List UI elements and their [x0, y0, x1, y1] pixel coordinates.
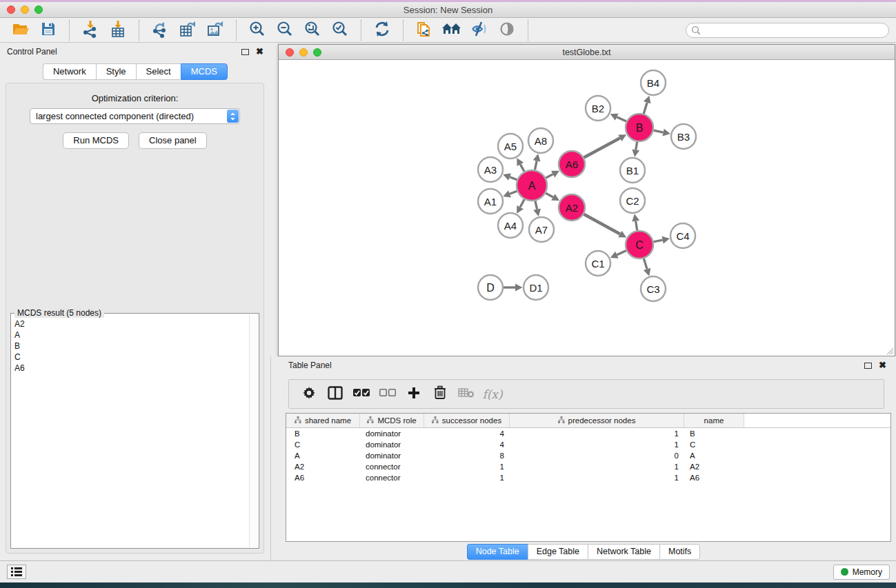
network-graph[interactable]: AA1A2A3A4A5A6A7A8BB1B2B3B4CC1C2C3C4DD1 — [279, 61, 895, 356]
close-table-panel-icon[interactable]: ✖ — [879, 362, 886, 369]
node-B1[interactable]: B1 — [620, 158, 645, 183]
show-columns-button[interactable] — [322, 383, 348, 405]
edge-C-C2[interactable] — [636, 221, 637, 231]
table-row-A6[interactable]: A6connector11A6 — [286, 472, 890, 483]
edge-A-A6[interactable] — [546, 174, 552, 179]
export-network-button[interactable] — [146, 20, 174, 41]
node-A[interactable]: A — [517, 170, 547, 201]
table-row-C[interactable]: Cdominator41C — [286, 439, 890, 450]
zoom-in-button[interactable] — [243, 20, 271, 41]
tab-select[interactable]: Select — [136, 63, 181, 80]
float-table-panel-icon[interactable] — [864, 363, 872, 369]
window-titlebar[interactable]: Session: New Session — [0, 2, 896, 18]
node-A8[interactable]: A8 — [528, 128, 553, 153]
table-row-A2[interactable]: A2connector11A2 — [286, 461, 890, 472]
mcds-result-item[interactable]: C — [12, 352, 249, 363]
column-header-predecessor-nodes[interactable]: predecessor nodes — [510, 414, 684, 427]
edge-C-C1[interactable] — [617, 251, 626, 255]
node-B2[interactable]: B2 — [586, 96, 610, 121]
table-mode-gear-button[interactable] — [296, 383, 322, 405]
node-C4[interactable]: C4 — [670, 223, 695, 248]
column-header-name[interactable]: name — [684, 414, 744, 427]
tab-network[interactable]: Network — [43, 63, 96, 80]
hide-graphics-details-button[interactable] — [466, 20, 493, 41]
edge-A-A7[interactable] — [535, 201, 537, 209]
mcds-result-item[interactable]: A — [12, 330, 249, 341]
export-table-button[interactable] — [174, 20, 201, 41]
node-A4[interactable]: A4 — [498, 213, 523, 238]
import-network-button[interactable] — [77, 20, 104, 41]
tab-network-table[interactable]: Network Table — [588, 544, 659, 560]
zoom-out-button[interactable] — [271, 20, 299, 41]
float-panel-icon[interactable] — [241, 49, 249, 55]
edge-A-A5[interactable] — [520, 164, 524, 171]
node-A2[interactable]: A2 — [559, 194, 585, 221]
node-B[interactable]: B — [626, 114, 653, 141]
column-header-MCDS-role[interactable]: MCDS role — [360, 414, 424, 427]
node-A5[interactable]: A5 — [498, 134, 523, 159]
edge-B-B4[interactable] — [644, 103, 647, 114]
task-history-button[interactable] — [7, 565, 26, 579]
duplicate-network-button[interactable] — [410, 20, 438, 41]
search-input[interactable] — [686, 23, 889, 38]
edge-A6-B[interactable] — [584, 138, 620, 157]
node-C[interactable]: C — [626, 231, 653, 258]
delete-columns-button[interactable] — [427, 383, 453, 405]
criterion-select[interactable]: largest connected component (directed) — [30, 108, 240, 124]
table-header-row[interactable]: shared nameMCDS rolesuccessor nodesprede… — [286, 414, 890, 428]
edge-C-C4[interactable] — [654, 240, 663, 242]
tab-mcds[interactable]: MCDS — [181, 63, 228, 80]
node-C1[interactable]: C1 — [586, 251, 610, 276]
edge-B-B1[interactable] — [636, 142, 637, 150]
edge-A-A4[interactable] — [520, 199, 524, 207]
tab-style[interactable]: Style — [96, 63, 136, 80]
edge-A-A1[interactable] — [510, 191, 517, 194]
edge-B-B2[interactable] — [617, 117, 626, 121]
tab-edge-table[interactable]: Edge Table — [528, 544, 588, 560]
mcds-result-item[interactable]: A6 — [12, 363, 249, 374]
close-panel-button[interactable]: Close panel — [139, 132, 207, 149]
save-session-button[interactable] — [34, 20, 62, 41]
export-image-button[interactable] — [201, 20, 229, 41]
unselect-all-columns-button[interactable] — [375, 383, 401, 405]
open-session-button[interactable] — [7, 20, 34, 41]
node-table[interactable]: shared nameMCDS rolesuccessor nodesprede… — [286, 413, 891, 542]
network-view-window[interactable]: testGlobe.txt AA1A2A3A4A5A6A7A8BB1B2B3B4… — [278, 44, 895, 356]
node-A1[interactable]: A1 — [478, 189, 503, 214]
refresh-layout-button[interactable] — [368, 20, 396, 41]
column-header-shared-name[interactable]: shared name — [286, 414, 360, 427]
edge-A2-C[interactable] — [584, 214, 620, 234]
run-mcds-button[interactable]: Run MCDS — [63, 132, 129, 149]
result-list-scrollbar[interactable] — [249, 314, 258, 547]
close-panel-icon[interactable]: ✖ — [256, 48, 263, 55]
node-C2[interactable]: C2 — [620, 188, 645, 213]
node-B3[interactable]: B3 — [671, 124, 696, 149]
network-canvas[interactable]: AA1A2A3A4A5A6A7A8BB1B2B3B4CC1C2C3C4DD1 — [279, 61, 895, 356]
edge-A-A8[interactable] — [535, 161, 537, 170]
tab-node-table[interactable]: Node Table — [467, 544, 528, 560]
memory-button[interactable]: Memory — [833, 565, 890, 580]
node-C3[interactable]: C3 — [641, 276, 666, 301]
mcds-result-item[interactable]: B — [12, 341, 249, 352]
edge-B-B3[interactable] — [654, 130, 664, 132]
node-B4[interactable]: B4 — [641, 70, 666, 95]
column-header-successor-nodes[interactable]: successor nodes — [424, 414, 510, 427]
edge-C-C3[interactable] — [644, 258, 647, 269]
home-button[interactable] — [438, 20, 466, 41]
mcds-result-list[interactable]: A2ABCA6 — [12, 318, 249, 547]
node-D[interactable]: D — [478, 275, 503, 300]
node-A3[interactable]: A3 — [478, 157, 503, 182]
node-D1[interactable]: D1 — [524, 275, 548, 300]
network-window-titlebar[interactable]: testGlobe.txt — [279, 45, 895, 60]
table-row-A[interactable]: Adominator80A — [286, 450, 890, 461]
node-A6[interactable]: A6 — [559, 151, 585, 177]
create-column-button[interactable] — [401, 383, 427, 405]
search-box[interactable] — [686, 23, 889, 38]
edge-A-A3[interactable] — [510, 177, 517, 180]
zoom-selected-button[interactable] — [326, 20, 354, 41]
mcds-result-item[interactable]: A2 — [12, 318, 249, 330]
window-resize-grip[interactable] — [885, 346, 893, 354]
zoom-fit-button[interactable] — [299, 20, 326, 41]
table-row-B[interactable]: Bdominator41B — [286, 428, 890, 439]
node-A7[interactable]: A7 — [529, 217, 554, 242]
